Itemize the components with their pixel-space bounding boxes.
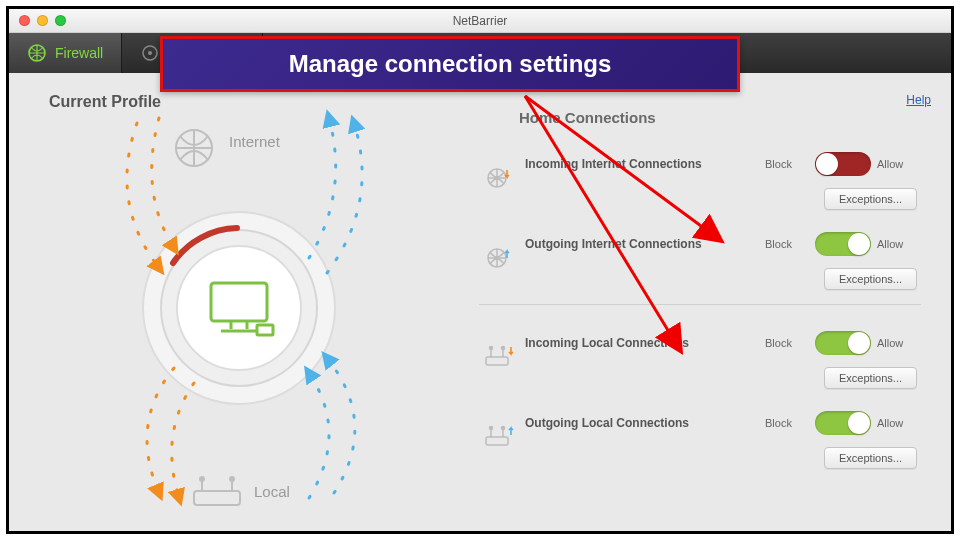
titlebar: NetBarrier [9,9,951,33]
connections-panel: Help Home Connections Incoming Internet … [469,73,951,531]
row-label: Incoming Local Connections [519,336,765,350]
help-link[interactable]: Help [906,93,931,107]
firewall-icon [27,43,47,63]
content: Current Profile [9,73,951,531]
exceptions-button[interactable]: Exceptions... [824,188,917,210]
svg-rect-14 [486,357,508,365]
block-label: Block [765,417,809,429]
annotation-callout: Manage connection settings [160,36,740,92]
svg-point-15 [490,347,493,350]
tab-firewall[interactable]: Firewall [9,33,122,73]
divider [479,304,921,305]
allow-label: Allow [877,158,921,170]
toggle-incoming-internet[interactable] [815,152,871,176]
toggle-incoming-local[interactable] [815,331,871,355]
profile-panel: Current Profile [9,73,469,531]
exceptions-button[interactable]: Exceptions... [824,367,917,389]
svg-point-16 [502,347,505,350]
svg-rect-9 [194,491,240,505]
row-incoming-local: Incoming Local Connections Block Allow [479,323,921,363]
svg-point-19 [502,427,505,430]
toggle-outgoing-local[interactable] [815,411,871,435]
allow-label: Allow [877,417,921,429]
svg-point-18 [490,427,493,430]
window-title: NetBarrier [9,14,951,28]
block-label: Block [765,337,809,349]
svg-point-5 [177,246,301,370]
svg-point-11 [230,477,234,481]
block-label: Block [765,158,809,170]
row-incoming-internet: Incoming Internet Connections Block Allo… [479,144,921,184]
svg-point-10 [200,477,204,481]
exceptions-button[interactable]: Exceptions... [824,447,917,469]
internet-label: Internet [229,133,280,150]
exceptions-button[interactable]: Exceptions... [824,268,917,290]
row-label: Outgoing Internet Connections [519,237,765,251]
applications-icon [140,43,160,63]
row-label: Outgoing Local Connections [519,416,765,430]
row-outgoing-internet: Outgoing Internet Connections Block Allo… [479,224,921,264]
tab-label: Firewall [55,45,103,61]
block-label: Block [765,238,809,250]
allow-label: Allow [877,238,921,250]
toggle-outgoing-internet[interactable] [815,232,871,256]
local-label: Local [254,483,290,500]
svg-point-2 [148,51,152,55]
allow-label: Allow [877,337,921,349]
section-title: Home Connections [519,109,921,126]
row-outgoing-local: Outgoing Local Connections Block Allow [479,403,921,443]
row-label: Incoming Internet Connections [519,157,765,171]
svg-rect-17 [486,437,508,445]
